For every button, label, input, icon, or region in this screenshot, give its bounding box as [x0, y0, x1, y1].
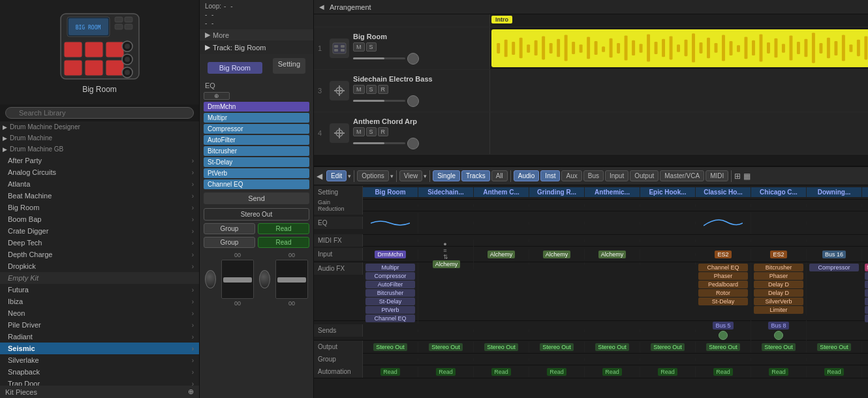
library-item-snapback[interactable]: Snapback ›: [0, 366, 199, 378]
fx-delayd-2[interactable]: Delay D: [754, 289, 803, 297]
all-btn[interactable]: All: [491, 170, 508, 181]
big-room-channel-btn[interactable]: Big Room: [208, 62, 262, 74]
output-cell-6[interactable]: Stereo Out: [640, 342, 696, 352]
input-cell-10[interactable]: RetroSyn: [862, 249, 868, 260]
auto-cell-10[interactable]: Read: [862, 367, 868, 377]
back-icon[interactable]: ◀: [319, 3, 324, 10]
fx-silververb[interactable]: SilverVerb: [754, 298, 803, 305]
input-btn[interactable]: Input: [605, 170, 628, 181]
output-cell-4[interactable]: Stereo Out: [529, 342, 585, 352]
output-stereo-5[interactable]: Stereo Out: [595, 343, 629, 351]
output-stereo-7[interactable]: Stereo Out: [706, 343, 740, 351]
bus8-badge[interactable]: Bus 8: [768, 322, 788, 329]
search-input[interactable]: [5, 107, 194, 119]
vol-knob-4[interactable]: [407, 138, 419, 149]
fx-bitcrusher-1[interactable]: Bitcrusher: [365, 289, 415, 297]
auto-cell-8[interactable]: Read: [751, 367, 807, 377]
fx-channeleq-10[interactable]: Channel EQ: [865, 298, 868, 305]
fader-handle-2[interactable]: [277, 277, 306, 283]
bus-btn[interactable]: Bus: [583, 170, 604, 181]
fx-compressor-10[interactable]: Compressor: [865, 272, 868, 280]
input-es2-7[interactable]: ES2: [715, 251, 731, 258]
channel-name-classic[interactable]: Classic Ho...: [696, 187, 751, 197]
device-compressor[interactable]: Compressor: [204, 124, 309, 134]
auto-cell-4[interactable]: Read: [529, 367, 585, 377]
stereo-out-btn[interactable]: Stereo Out: [204, 208, 309, 221]
auto-cell-9[interactable]: Read: [807, 367, 862, 377]
input-cell-4[interactable]: Alchemy: [529, 249, 585, 260]
library-item-radiant[interactable]: Radiant ›: [0, 331, 199, 343]
output-stereo-2[interactable]: Stereo Out: [429, 343, 463, 351]
fx-channeleq-7[interactable]: Channel EQ: [698, 264, 748, 271]
library-item-empty-kit[interactable]: Empty Kit: [0, 272, 199, 284]
grid-icon[interactable]: ⊞: [734, 172, 741, 181]
bus5-badge[interactable]: Bus 5: [713, 322, 733, 329]
fx-rotor[interactable]: Rotor: [698, 289, 748, 297]
tracks-btn[interactable]: Tracks: [461, 170, 490, 181]
category-drum-machine-gb[interactable]: ▶ Drum Machine GB: [0, 144, 199, 155]
device-st-delay[interactable]: St-Delay: [204, 157, 309, 167]
fx-phaser-7[interactable]: Phaser: [698, 272, 748, 280]
channel-name-grinding[interactable]: Grinding R...: [529, 187, 585, 197]
single-btn[interactable]: Single: [433, 170, 460, 181]
output-stereo-6[interactable]: Stereo Out: [651, 343, 685, 351]
library-item-silverlake[interactable]: Silverlake ›: [0, 354, 199, 366]
library-item-pile-driver[interactable]: Pile Driver ›: [0, 319, 199, 331]
device-multipr[interactable]: Multipr: [204, 113, 309, 123]
fx-bitcrusher-8[interactable]: Bitcrusher: [754, 264, 803, 271]
input-alchemy-3[interactable]: Alchemy: [488, 251, 516, 258]
device-channel-eq[interactable]: Channel EQ: [204, 179, 309, 189]
send-knob-7[interactable]: [719, 331, 728, 340]
library-item-depth-charge[interactable]: Depth Charge ›: [0, 249, 199, 260]
input-cell-7[interactable]: ES2: [696, 249, 751, 260]
fx-pedalboard[interactable]: Pedalboard: [698, 281, 748, 288]
channel-name-big-room[interactable]: Big Room: [363, 187, 418, 197]
channel-name-anthemic[interactable]: Anthemic...: [585, 187, 640, 197]
kit-pieces-expand-icon[interactable]: ⊕: [188, 388, 194, 396]
auto-cell-1[interactable]: Read: [363, 367, 418, 377]
output-stereo-9[interactable]: Stereo Out: [817, 343, 851, 351]
mute-btn-1[interactable]: M: [353, 42, 365, 52]
fader-handle-1[interactable]: [223, 277, 252, 283]
group-btn-2[interactable]: Group: [204, 237, 255, 248]
input-drmmchn[interactable]: DrmMchn: [375, 251, 405, 258]
library-item-boom-bap[interactable]: Boom Bap ›: [0, 213, 199, 225]
fx-limiter[interactable]: Limiter: [754, 306, 803, 314]
send-knob-8[interactable]: [774, 331, 783, 340]
eq-cell-7[interactable]: [696, 213, 751, 234]
read-badge-7[interactable]: Read: [713, 368, 733, 376]
device-autofilter[interactable]: AutoFilter: [204, 135, 309, 145]
output-cell-1[interactable]: Stereo Out: [363, 342, 418, 352]
input-cell-9[interactable]: Bus 16: [807, 249, 862, 260]
auto-cell-5[interactable]: Read: [585, 367, 640, 377]
read-badge-8[interactable]: Read: [769, 368, 788, 376]
library-item-seismic[interactable]: Seismic ›: [0, 343, 199, 354]
library-item-atlanta[interactable]: Atlanta ›: [0, 178, 199, 190]
read-badge-5[interactable]: Read: [602, 368, 622, 376]
fx-phaser-8[interactable]: Phaser: [754, 272, 803, 280]
category-drum-machine-designer[interactable]: ▶ Drum Machine Designer: [0, 121, 199, 132]
input-cell-5[interactable]: Alchemy: [585, 249, 640, 260]
group-btn[interactable]: Group: [204, 223, 255, 234]
channel-name-sidechain[interactable]: Sidechain...: [418, 187, 474, 197]
setting-btn[interactable]: Setting: [273, 58, 305, 74]
output-cell-7[interactable]: Stereo Out: [696, 342, 751, 352]
library-item-big-room[interactable]: Big Room ›: [0, 202, 199, 213]
output-cell-2[interactable]: Stereo Out: [418, 342, 474, 352]
library-item-futura[interactable]: Futura ›: [0, 284, 199, 296]
library-item-after-party[interactable]: After Party ›: [0, 155, 199, 166]
device-bitcrusher[interactable]: Bitcrusher: [204, 146, 309, 156]
more-button[interactable]: ▶ More: [200, 29, 313, 40]
auto-cell-2[interactable]: Read: [418, 367, 474, 377]
read-badge-4[interactable]: Read: [547, 368, 566, 376]
input-alchemy-5[interactable]: Alchemy: [598, 251, 627, 258]
output-cell-9[interactable]: Stereo Out: [807, 342, 862, 352]
read-badge-6[interactable]: Read: [658, 368, 677, 376]
mastervca-btn[interactable]: Master/VCA: [660, 170, 704, 181]
fx-multipr[interactable]: Multipr: [365, 264, 415, 271]
read-badge-2[interactable]: Read: [436, 368, 456, 376]
fx-delayd-1[interactable]: Delay D: [754, 281, 803, 288]
edit-btn[interactable]: Edit: [326, 170, 347, 181]
solo-btn-3[interactable]: S: [366, 85, 377, 94]
solo-btn-4[interactable]: S: [366, 127, 377, 136]
